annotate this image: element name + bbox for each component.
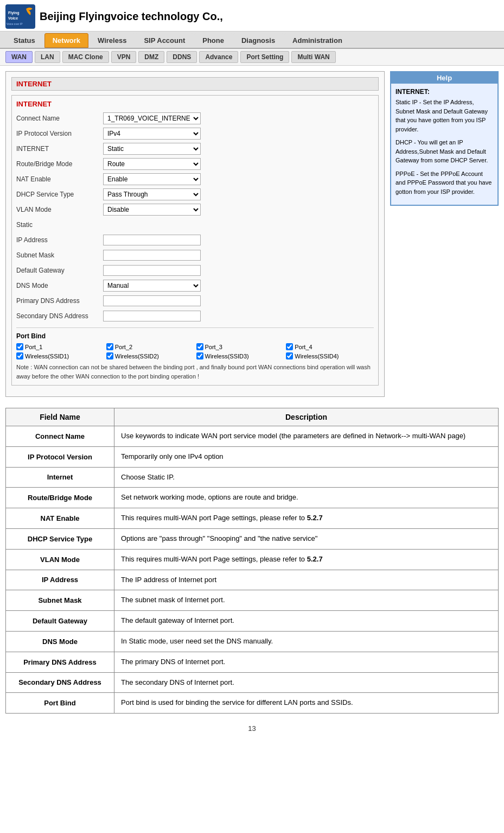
main-content: INTERNET INTERNET Connect Name 1_TR069_V… bbox=[0, 66, 504, 402]
select-vlan-mode[interactable]: Disable bbox=[103, 204, 201, 216]
table-row: DNS Mode In Static mode, user need set t… bbox=[6, 631, 499, 652]
table-row: VLAN Mode This requires multi-WAN port P… bbox=[6, 549, 499, 570]
table-row: Internet Choose Static IP. bbox=[6, 467, 499, 488]
checkbox-port-3[interactable] bbox=[196, 343, 203, 350]
help-text-dhcp: DHCP - You will get an IP Address,Subnet… bbox=[395, 138, 493, 165]
select-ip-protocol[interactable]: IPv4 bbox=[103, 128, 201, 140]
sub-tab-multi-wan[interactable]: Multi WAN bbox=[291, 51, 335, 63]
sub-tab-mac-clone[interactable]: MAC Clone bbox=[62, 51, 109, 63]
field-subnet-mask: Subnet Mask bbox=[6, 590, 114, 611]
svg-text:Flying: Flying bbox=[8, 11, 20, 15]
tab-diagnosis[interactable]: Diagnosis bbox=[233, 33, 283, 48]
field-dhcp-type: DHCP Service Type bbox=[6, 528, 114, 549]
wireless-4-label: Wireless(SSID4) bbox=[295, 353, 339, 359]
header: Flying Voice Voice over IP Beijing Flyin… bbox=[0, 0, 504, 31]
checkbox-wireless-3[interactable] bbox=[196, 352, 203, 359]
right-panel: Help INTERNET: Static IP - Set the IP Ad… bbox=[390, 71, 499, 397]
field-internet: Internet bbox=[6, 467, 114, 488]
label-dns-mode: DNS Mode bbox=[16, 282, 103, 289]
desc-default-gateway: The default gateway of Internet port. bbox=[114, 611, 499, 632]
desc-subnet-mask: The subnet mask of Internet port. bbox=[114, 590, 499, 611]
checkbox-port-2[interactable] bbox=[106, 343, 113, 350]
input-ip-address[interactable] bbox=[103, 235, 201, 245]
tab-administration[interactable]: Administration bbox=[284, 33, 350, 48]
table-row: Port Bind Port bind is used for binding … bbox=[6, 693, 499, 714]
form-row-route-bridge: Route/Bridge Mode Route bbox=[16, 158, 374, 170]
select-dns-mode[interactable]: Manual bbox=[103, 280, 201, 292]
note-text: Note : WAN connection can not be shared … bbox=[16, 363, 374, 381]
checkbox-wireless-1[interactable] bbox=[16, 352, 23, 359]
checkbox-port-4[interactable] bbox=[286, 343, 293, 350]
label-vlan-mode: VLAN Mode bbox=[16, 206, 103, 213]
form-row-primary-dns: Primary DNS Address bbox=[16, 295, 374, 307]
control-route-bridge: Route bbox=[103, 158, 374, 170]
sub-tab-port-setting[interactable]: Port Setting bbox=[240, 51, 289, 63]
port-bind-section: Port Bind Port_1 Port_2 Port_3 bbox=[16, 327, 374, 381]
wireless-item-2: Wireless(SSID2) bbox=[106, 352, 194, 359]
select-connect-name[interactable]: 1_TR069_VOICE_INTERNET_R_VID_ bbox=[103, 112, 201, 124]
tab-status[interactable]: Status bbox=[5, 33, 43, 48]
help-subtitle: INTERNET: bbox=[395, 88, 493, 96]
select-nat-enable[interactable]: Enable bbox=[103, 173, 201, 185]
table-row: Subnet Mask The subnet mask of Internet … bbox=[6, 590, 499, 611]
table-row: Route/Bridge Mode Set network working mo… bbox=[6, 488, 499, 508]
sub-tab-lan[interactable]: LAN bbox=[35, 51, 60, 63]
tab-wireless[interactable]: Wireless bbox=[90, 33, 135, 48]
field-secondary-dns: Secondary DNS Address bbox=[6, 672, 114, 693]
input-default-gateway[interactable] bbox=[103, 265, 201, 276]
wireless-item-4: Wireless(SSID4) bbox=[286, 352, 374, 359]
field-nat-enable: NAT Enable bbox=[6, 508, 114, 529]
control-dns-mode: Manual bbox=[103, 280, 374, 292]
checkbox-wireless-2[interactable] bbox=[106, 352, 113, 359]
ref-vlan-mode: 5.2.7 bbox=[307, 555, 323, 563]
field-ip-protocol: IP Protocol Version bbox=[6, 446, 114, 467]
port-4-label: Port_4 bbox=[295, 344, 312, 350]
tab-network[interactable]: Network bbox=[44, 33, 88, 48]
select-route-bridge[interactable]: Route bbox=[103, 158, 201, 170]
sub-tab-ddns[interactable]: DDNS bbox=[167, 51, 197, 63]
input-primary-dns[interactable] bbox=[103, 295, 201, 306]
port-1-label: Port_1 bbox=[25, 344, 42, 350]
label-static: Static bbox=[16, 221, 103, 229]
table-row: DHCP Service Type Options are "pass thro… bbox=[6, 528, 499, 549]
form-row-secondary-dns: Secondary DNS Address bbox=[16, 310, 374, 322]
table-row: IP Address The IP address of Internet po… bbox=[6, 570, 499, 590]
desc-vlan-mode: This requires multi-WAN port Page settin… bbox=[114, 549, 499, 570]
form-row-subnet-mask: Subnet Mask bbox=[16, 249, 374, 261]
table-header-desc: Description bbox=[114, 408, 499, 426]
desc-route-bridge: Set network working mode, options are ro… bbox=[114, 488, 499, 508]
checkbox-port-1[interactable] bbox=[16, 343, 23, 350]
form-row-connect-name: Connect Name 1_TR069_VOICE_INTERNET_R_VI… bbox=[16, 112, 374, 124]
internet-section: INTERNET Connect Name 1_TR069_VOICE_INTE… bbox=[11, 95, 379, 386]
desc-ip-protocol: Temporarily only one IPv4 option bbox=[114, 446, 499, 467]
form-row-internet: INTERNET Static bbox=[16, 143, 374, 155]
control-secondary-dns bbox=[103, 311, 374, 321]
sub-tab-dmz[interactable]: DMZ bbox=[138, 51, 164, 63]
sub-tab-vpn[interactable]: VPN bbox=[111, 51, 137, 63]
checkbox-wireless-4[interactable] bbox=[286, 352, 293, 359]
form-row-vlan-mode: VLAN Mode Disable bbox=[16, 204, 374, 216]
company-title: Beijing Flyingvoice technology Co., bbox=[40, 10, 223, 23]
tab-phone[interactable]: Phone bbox=[194, 33, 232, 48]
desc-primary-dns: The primary DNS of Internet port. bbox=[114, 652, 499, 672]
form-row-static: Static bbox=[16, 219, 374, 231]
select-dhcp-type[interactable]: Pass Through bbox=[103, 188, 201, 200]
label-ip-address: IP Address bbox=[16, 236, 103, 244]
input-subnet-mask[interactable] bbox=[103, 250, 201, 261]
sub-tab-advance[interactable]: Advance bbox=[199, 51, 238, 63]
table-row: Secondary DNS Address The secondary DNS … bbox=[6, 672, 499, 693]
port-grid-wireless: Wireless(SSID1) Wireless(SSID2) Wireless… bbox=[16, 352, 374, 359]
tab-sip-account[interactable]: SIP Account bbox=[136, 33, 193, 48]
control-internet: Static bbox=[103, 143, 374, 155]
select-internet[interactable]: Static bbox=[103, 143, 201, 155]
sub-tab-wan[interactable]: WAN bbox=[5, 51, 33, 63]
input-secondary-dns[interactable] bbox=[103, 311, 201, 321]
label-route-bridge: Route/Bridge Mode bbox=[16, 160, 103, 168]
desc-ip-address: The IP address of Internet port bbox=[114, 570, 499, 590]
field-port-bind: Port Bind bbox=[6, 693, 114, 714]
left-panel: INTERNET INTERNET Connect Name 1_TR069_V… bbox=[5, 71, 385, 397]
page-number: 13 bbox=[0, 719, 504, 738]
port-item-1: Port_1 bbox=[16, 343, 104, 350]
desc-dns-mode: In Static mode, user need set the DNS ma… bbox=[114, 631, 499, 652]
control-primary-dns bbox=[103, 295, 374, 306]
